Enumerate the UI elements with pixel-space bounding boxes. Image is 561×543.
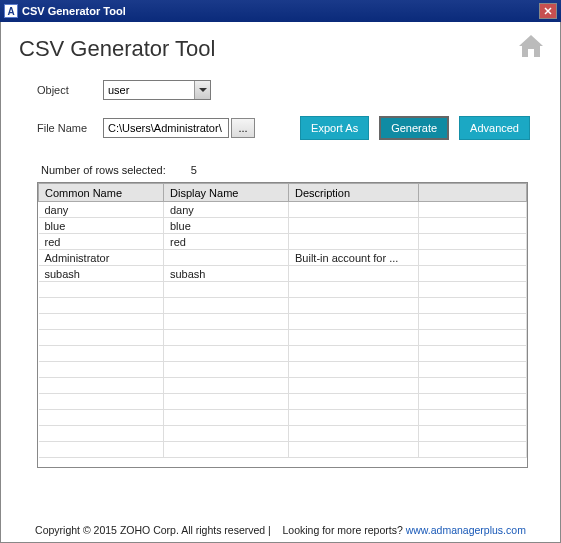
home-icon[interactable] [516, 33, 546, 61]
table-cell [289, 298, 419, 314]
table-cell [419, 282, 527, 298]
table-row[interactable] [39, 282, 527, 298]
table-cell [39, 410, 164, 426]
table-cell [39, 362, 164, 378]
table-row[interactable] [39, 362, 527, 378]
table-cell [289, 394, 419, 410]
table-cell [419, 314, 527, 330]
chevron-down-icon[interactable] [194, 81, 210, 99]
table-cell [164, 314, 289, 330]
col-empty[interactable] [419, 184, 527, 202]
table-cell [289, 410, 419, 426]
table-cell: subash [39, 266, 164, 282]
table-row[interactable] [39, 442, 527, 458]
close-button[interactable] [539, 3, 557, 19]
table-cell: Built-in account for ... [289, 250, 419, 266]
table-cell [289, 218, 419, 234]
browse-button[interactable]: ... [231, 118, 255, 138]
app-icon: A [4, 4, 18, 18]
table-cell: blue [164, 218, 289, 234]
table-cell [164, 362, 289, 378]
table-cell [289, 362, 419, 378]
table-cell [39, 314, 164, 330]
table-cell [39, 346, 164, 362]
table-cell: subash [164, 266, 289, 282]
table-cell [164, 410, 289, 426]
table-cell [289, 330, 419, 346]
table-cell [419, 394, 527, 410]
page-title: CSV Generator Tool [19, 36, 215, 62]
table-cell [39, 442, 164, 458]
table-cell [164, 442, 289, 458]
table-row[interactable] [39, 426, 527, 442]
table-cell [164, 426, 289, 442]
advanced-button[interactable]: Advanced [459, 116, 530, 140]
table-cell [419, 266, 527, 282]
table-cell [289, 378, 419, 394]
col-common-name[interactable]: Common Name [39, 184, 164, 202]
table-cell [419, 410, 527, 426]
footer-link[interactable]: www.admanagerplus.com [406, 524, 526, 536]
table-cell [289, 234, 419, 250]
table-cell [289, 426, 419, 442]
export-as-button[interactable]: Export As [300, 116, 369, 140]
table-cell [39, 426, 164, 442]
table-row[interactable]: redred [39, 234, 527, 250]
table-cell [419, 378, 527, 394]
table-cell [419, 346, 527, 362]
table-cell [419, 362, 527, 378]
table-row[interactable] [39, 298, 527, 314]
table-header-row: Common Name Display Name Description [39, 184, 527, 202]
table-row[interactable] [39, 346, 527, 362]
table-cell [419, 442, 527, 458]
table-row[interactable]: subashsubash [39, 266, 527, 282]
table-row[interactable] [39, 330, 527, 346]
table-cell [164, 282, 289, 298]
table-cell: Administrator [39, 250, 164, 266]
table-cell: blue [39, 218, 164, 234]
col-description[interactable]: Description [289, 184, 419, 202]
filename-input[interactable] [103, 118, 229, 138]
table-cell [164, 298, 289, 314]
table-row[interactable]: blueblue [39, 218, 527, 234]
table-cell [289, 202, 419, 218]
table-row[interactable]: danydany [39, 202, 527, 218]
table-row[interactable]: AdministratorBuilt-in account for ... [39, 250, 527, 266]
table-cell [289, 266, 419, 282]
table-cell [289, 346, 419, 362]
table-row[interactable] [39, 394, 527, 410]
results-table[interactable]: Common Name Display Name Description dan… [37, 182, 528, 468]
table-cell [164, 378, 289, 394]
table-cell [419, 218, 527, 234]
close-icon [544, 7, 552, 15]
table-cell [419, 250, 527, 266]
table-cell [164, 394, 289, 410]
generate-button[interactable]: Generate [379, 116, 449, 140]
table-cell: dany [39, 202, 164, 218]
col-display-name[interactable]: Display Name [164, 184, 289, 202]
window-body: CSV Generator Tool Object File Name ... … [0, 22, 561, 543]
table-row[interactable] [39, 410, 527, 426]
object-label: Object [37, 84, 103, 96]
table-cell [164, 330, 289, 346]
table-cell [419, 426, 527, 442]
table-cell [419, 330, 527, 346]
table-cell [39, 330, 164, 346]
table-cell: red [164, 234, 289, 250]
window-title: CSV Generator Tool [22, 5, 126, 17]
table-row[interactable] [39, 378, 527, 394]
rows-selected-count: 5 [191, 164, 197, 176]
table-cell [419, 234, 527, 250]
footer-looking: Looking for more reports? [283, 524, 403, 536]
table-cell: red [39, 234, 164, 250]
table-cell [39, 282, 164, 298]
table-row[interactable] [39, 314, 527, 330]
filename-label: File Name [37, 122, 103, 134]
rows-selected-line: Number of rows selected: 5 [15, 156, 546, 182]
table-cell [419, 202, 527, 218]
table-cell [289, 442, 419, 458]
table-cell [39, 378, 164, 394]
object-select[interactable] [103, 80, 211, 100]
table-cell [289, 282, 419, 298]
window-titlebar: A CSV Generator Tool [0, 0, 561, 22]
